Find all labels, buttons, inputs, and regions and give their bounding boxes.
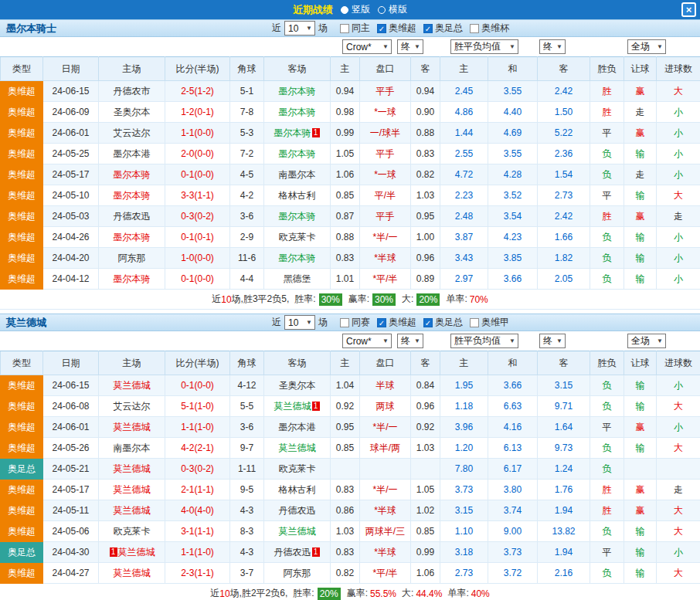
- away-team[interactable]: 格林古利: [264, 185, 331, 206]
- games-count-select[interactable]: 10▼: [284, 21, 315, 36]
- home-team[interactable]: 墨尔本骑: [99, 185, 165, 206]
- home-team[interactable]: 莫兰德城: [99, 459, 165, 480]
- away-team[interactable]: 墨尔本骑: [264, 144, 331, 164]
- score[interactable]: 4-2(2-1): [165, 438, 230, 459]
- score[interactable]: 1-0(0-0): [165, 248, 230, 269]
- radio-selected-icon[interactable]: [341, 6, 348, 14]
- filter-checkbox-奥维甲[interactable]: 奥维甲: [470, 316, 509, 329]
- filter-checkbox-奥维超[interactable]: ✓奥维超: [377, 22, 416, 35]
- away-team[interactable]: 莫兰德城1: [264, 396, 331, 417]
- league-tag: 奥维超: [1, 102, 43, 123]
- away-team[interactable]: 欧克莱卡: [264, 227, 331, 248]
- home-team[interactable]: 莫兰德城: [99, 417, 165, 438]
- away-team[interactable]: 南墨尔本: [264, 164, 331, 185]
- score[interactable]: 0-1(0-0): [165, 375, 230, 396]
- checkbox-unchecked-icon[interactable]: [340, 318, 349, 327]
- score[interactable]: 2-0(0-0): [165, 144, 230, 164]
- handicap-line: 一/球半: [360, 123, 411, 144]
- team-name[interactable]: 墨尔本骑士: [6, 22, 56, 36]
- home-team[interactable]: 墨尔本港: [99, 144, 165, 164]
- score[interactable]: 1-1(1-0): [165, 417, 230, 438]
- home-team[interactable]: 艾云达尔: [99, 396, 165, 417]
- europe-odds-select[interactable]: 胜平负均值▼: [450, 334, 518, 348]
- team-name[interactable]: 莫兰德城: [6, 316, 46, 330]
- home-team[interactable]: 阿东那: [99, 248, 165, 269]
- scope-select[interactable]: 全场▼: [627, 334, 666, 348]
- home-team[interactable]: 墨尔本骑: [99, 269, 165, 290]
- layout-vertical-radio[interactable]: 竖版: [341, 3, 370, 16]
- home-team[interactable]: 莫兰德城: [99, 500, 165, 521]
- away-team[interactable]: 欧克莱卡: [264, 459, 331, 480]
- home-team[interactable]: 丹德农迅: [99, 206, 165, 227]
- euro-home-odds: 4.86: [440, 102, 488, 123]
- europe-final-select[interactable]: 终▼: [539, 334, 566, 348]
- score[interactable]: 1-1(0-0): [165, 123, 230, 144]
- filter-checkbox-奥足总[interactable]: ✓奥足总: [423, 22, 463, 35]
- score[interactable]: 3-3(1-1): [165, 185, 230, 206]
- score[interactable]: 0-1(0-1): [165, 227, 230, 248]
- home-team[interactable]: 墨尔本骑: [99, 227, 165, 248]
- checkbox-checked-icon[interactable]: ✓: [377, 24, 386, 33]
- score[interactable]: 2-1(1-1): [165, 480, 230, 500]
- score[interactable]: 2-5(1-2): [165, 81, 230, 102]
- home-team[interactable]: 南墨尔本: [99, 438, 165, 459]
- score[interactable]: 3-1(1-1): [165, 521, 230, 542]
- home-team[interactable]: 墨尔本骑: [99, 164, 165, 185]
- europe-final-select[interactable]: 终▼: [539, 39, 566, 54]
- away-team[interactable]: 格林古利: [264, 480, 331, 500]
- match-date: 24-05-21: [43, 459, 99, 480]
- home-team[interactable]: 欧克莱卡: [99, 521, 165, 542]
- score[interactable]: 1-2(0-1): [165, 102, 230, 123]
- away-team[interactable]: 圣奥尔本: [264, 375, 331, 396]
- score[interactable]: 0-1(0-0): [165, 269, 230, 290]
- checkbox-unchecked-icon[interactable]: [470, 318, 479, 327]
- filter-checkbox-奥足总[interactable]: ✓奥足总: [423, 316, 463, 329]
- checkbox-checked-icon[interactable]: ✓: [377, 318, 386, 327]
- away-team[interactable]: 墨尔本骑: [264, 248, 331, 269]
- filter-checkbox-奥维杯[interactable]: 奥维杯: [470, 22, 509, 35]
- score[interactable]: 5-1(1-0): [165, 396, 230, 417]
- europe-odds-select[interactable]: 胜平负均值▼: [450, 39, 518, 54]
- layout-horizontal-radio[interactable]: 横版: [378, 3, 407, 16]
- bookmaker-select[interactable]: Crow*▼: [342, 334, 392, 348]
- score[interactable]: 1-1(1-0): [165, 542, 230, 563]
- asian-final-select[interactable]: 终▼: [397, 334, 423, 348]
- score[interactable]: 4-0(4-0): [165, 500, 230, 521]
- away-team[interactable]: 黑德堡: [264, 269, 331, 290]
- home-team[interactable]: 丹德农市: [99, 81, 165, 102]
- filter-checkbox-同赛[interactable]: 同赛: [340, 316, 370, 329]
- away-team[interactable]: 墨尔本骑1: [264, 123, 331, 144]
- home-team-name: 莫兰德城: [114, 422, 151, 432]
- away-team[interactable]: 阿东那: [264, 563, 331, 584]
- filter-checkbox-同主[interactable]: 同主: [340, 22, 370, 35]
- home-team[interactable]: 1莫兰德城: [99, 542, 165, 563]
- bookmaker-select[interactable]: Crow*▼: [342, 39, 392, 54]
- home-team[interactable]: 艾云达尔: [99, 123, 165, 144]
- asian-final-select[interactable]: 终▼: [397, 39, 423, 54]
- away-team[interactable]: 墨尔本骑: [264, 206, 331, 227]
- radio-unselected-icon[interactable]: [378, 6, 386, 14]
- home-team[interactable]: 莫兰德城: [99, 480, 165, 500]
- away-team[interactable]: 墨尔本港: [264, 417, 331, 438]
- away-team[interactable]: 莫兰德城: [264, 521, 331, 542]
- away-team[interactable]: 莫兰德城: [264, 438, 331, 459]
- away-team[interactable]: 墨尔本骑: [264, 102, 331, 123]
- checkbox-unchecked-icon[interactable]: [340, 24, 349, 33]
- home-team[interactable]: 莫兰德城: [99, 375, 165, 396]
- score[interactable]: 2-3(1-1): [165, 563, 230, 584]
- score[interactable]: 0-1(0-0): [165, 164, 230, 185]
- away-team[interactable]: 墨尔本骑: [264, 81, 331, 102]
- checkbox-checked-icon[interactable]: ✓: [423, 24, 433, 33]
- checkbox-unchecked-icon[interactable]: [470, 24, 479, 33]
- close-button[interactable]: ×: [681, 2, 696, 17]
- checkbox-checked-icon[interactable]: ✓: [423, 318, 433, 327]
- score[interactable]: 0-3(0-2): [165, 459, 230, 480]
- home-team[interactable]: 莫兰德城: [99, 563, 165, 584]
- games-count-select[interactable]: 10▼: [284, 315, 315, 330]
- home-team[interactable]: 圣奥尔本: [99, 102, 165, 123]
- away-team[interactable]: 丹德农迅1: [264, 542, 331, 563]
- away-team[interactable]: 丹德农迅: [264, 500, 331, 521]
- score[interactable]: 0-3(0-2): [165, 206, 230, 227]
- filter-checkbox-奥维超[interactable]: ✓奥维超: [377, 316, 416, 329]
- scope-select[interactable]: 全场▼: [627, 39, 666, 54]
